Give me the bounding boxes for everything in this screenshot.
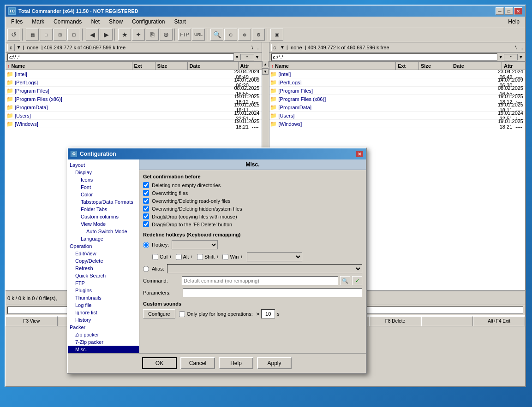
scroll-down[interactable]: ▼ xyxy=(262,68,269,75)
alias-radio[interactable] xyxy=(143,266,149,272)
apply-button[interactable]: Apply xyxy=(257,357,292,369)
chk-overwriting-files-input[interactable] xyxy=(143,190,149,196)
tree-item-auto-switch[interactable]: Auto Switch Mode xyxy=(68,228,139,235)
tb-cfg[interactable]: ⚙ xyxy=(252,29,265,41)
tree-item-ignorelist[interactable]: Ignore list xyxy=(68,309,139,316)
list-item[interactable]: 📁 [ProgramData] 19.01.2025 18:11 ---- xyxy=(269,103,526,112)
tb-refresh[interactable]: ↺ xyxy=(7,29,20,41)
tb-add[interactable]: ⊕ xyxy=(160,29,173,41)
tb-extra[interactable]: ▣ xyxy=(270,29,283,41)
right-root-nav[interactable]: \ xyxy=(515,45,517,50)
command-field[interactable] xyxy=(182,276,338,285)
tb-btn4[interactable]: ⊡ xyxy=(67,29,80,41)
tb-btn1[interactable]: ▦ xyxy=(26,29,39,41)
right-drive-button[interactable]: c xyxy=(271,44,279,51)
left-col-ext[interactable]: Ext xyxy=(132,62,155,70)
f9-btn2[interactable] xyxy=(421,316,473,326)
scroll-up[interactable]: ▲ xyxy=(262,61,269,67)
left-col-size[interactable]: Size xyxy=(155,62,188,70)
tb-ftp[interactable]: FTP xyxy=(178,29,191,41)
right-wildcard-input[interactable]: * xyxy=(504,54,518,60)
tree-item-language[interactable]: Language xyxy=(68,235,139,242)
f8-delete-button[interactable]: F8 Delete xyxy=(369,316,421,326)
tree-item-view-mode[interactable]: View Mode xyxy=(68,220,139,228)
menu-show[interactable]: Show xyxy=(105,18,126,26)
tb-forward[interactable]: ▶ xyxy=(100,29,113,41)
menu-start[interactable]: Start xyxy=(170,18,189,26)
configure-sounds-button[interactable]: Configure xyxy=(143,309,175,319)
tree-item-copydelete[interactable]: Copy/Delete xyxy=(68,257,139,265)
tb-bookmark[interactable]: ★ xyxy=(118,29,131,41)
list-item[interactable]: 📁 [Program Files (x86)] 19.01.2025 18:12… xyxy=(269,95,526,103)
tb-http[interactable]: URL xyxy=(192,29,205,41)
params-field[interactable] xyxy=(183,288,362,297)
left-wildcard-input[interactable]: * xyxy=(240,54,254,60)
left-col-attr[interactable]: Attr xyxy=(239,62,262,70)
key-dropdown[interactable] xyxy=(247,252,302,261)
chk-overwriting-hidden-input[interactable] xyxy=(143,206,149,212)
shift-checkbox[interactable] xyxy=(197,254,203,260)
hotkey-dropdown[interactable] xyxy=(172,240,218,249)
left-root-nav[interactable]: \ xyxy=(251,45,253,50)
command-ok-button[interactable]: ✓ xyxy=(352,276,362,285)
list-item[interactable]: 📁 [Users] 19.01.2024 22:51 r--- xyxy=(269,112,526,120)
list-item[interactable]: 📁 [Program Files] 08.02.2025 16:55 ---- xyxy=(6,87,262,95)
right-col-size[interactable]: Size xyxy=(419,62,451,70)
seconds-input[interactable] xyxy=(261,309,275,319)
right-path-input[interactable] xyxy=(271,53,498,61)
tree-item-tabstops[interactable]: Tabstops/Data Formats xyxy=(68,198,139,206)
left-path-input[interactable] xyxy=(7,53,234,61)
tree-item-thumbnails[interactable]: Thumbnails xyxy=(68,294,139,301)
menu-help[interactable]: Help xyxy=(504,18,523,26)
tree-item-zip[interactable]: Zip packer xyxy=(68,331,139,338)
menu-net[interactable]: Net xyxy=(87,18,103,26)
list-item[interactable]: 📁 [PerfLogs] 14.07.2009 06:20 ---- xyxy=(6,78,262,87)
menu-files[interactable]: Files xyxy=(7,18,26,26)
list-item[interactable]: 📁 [Program Files] 08.02.2025 16:55 ---- xyxy=(269,87,526,95)
chk-deleting-dirs-input[interactable] xyxy=(143,182,149,188)
tree-item-plugins[interactable]: Plugins xyxy=(68,287,139,294)
list-item[interactable]: 📁 [Intel] 23.04.2024 06:49 ---- xyxy=(6,70,262,78)
right-col-attr[interactable]: Attr xyxy=(502,62,525,70)
list-item[interactable]: 📁 [ProgramData] 19.01.2025 18:11 ---- xyxy=(6,103,262,112)
tree-item-display[interactable]: Display xyxy=(68,169,139,176)
tree-item-logfile[interactable]: Log file xyxy=(68,301,139,309)
tb-btn3[interactable]: ⊞ xyxy=(54,29,66,41)
tree-item-refresh[interactable]: Refresh xyxy=(68,265,139,272)
tb-sync[interactable]: ⊙ xyxy=(224,29,237,41)
right-up-nav[interactable]: .. xyxy=(520,45,523,50)
ctrl-checkbox[interactable] xyxy=(152,254,158,260)
left-up-nav[interactable]: .. xyxy=(257,45,259,50)
tree-item-quicksearch[interactable]: Quick Search xyxy=(68,272,139,279)
command-search-button[interactable]: 🔍 xyxy=(340,276,350,285)
left-col-name[interactable]: ↑ Name xyxy=(6,62,132,70)
win-checkbox[interactable] xyxy=(222,254,228,260)
list-item[interactable]: 📁 [Windows] 19.01.2025 18:21 ---- xyxy=(6,120,262,128)
list-item[interactable]: 📁 [Windows] 19.01.2025 18:21 ---- xyxy=(269,120,526,128)
dialog-close-button[interactable]: ✕ xyxy=(356,151,363,157)
only-play-checkbox[interactable] xyxy=(179,311,185,317)
tree-item-editview[interactable]: Edit/View xyxy=(68,250,139,257)
chk-overwriting-readonly-input[interactable] xyxy=(143,198,149,204)
tb-back[interactable]: ◀ xyxy=(86,29,99,41)
tree-item-ftp[interactable]: FTP xyxy=(68,279,139,287)
right-col-name[interactable]: ↑ Name xyxy=(269,62,396,70)
tree-item-folder-tabs[interactable]: Folder Tabs xyxy=(68,206,139,213)
chk-dragdrop-delete-input[interactable] xyxy=(143,221,149,227)
tb-copy[interactable]: ⎘ xyxy=(146,29,159,41)
tree-item-7zip[interactable]: 7-Zip packer xyxy=(68,338,139,346)
tb-compare[interactable]: ⊗ xyxy=(238,29,251,41)
tree-item-custom-cols[interactable]: Custom columns xyxy=(68,213,139,220)
minimize-button[interactable]: ─ xyxy=(496,7,504,15)
f3-view-button[interactable]: F3 View xyxy=(6,316,58,326)
alt-checkbox[interactable] xyxy=(176,254,182,260)
help-button[interactable]: Help xyxy=(219,357,253,369)
list-item[interactable]: 📁 [Users] 19.01.2024 22:51 r--- xyxy=(6,112,262,120)
tree-item-layout[interactable]: Layout xyxy=(68,161,139,169)
alt-f4-exit-button[interactable]: Alt+F4 Exit xyxy=(473,316,525,326)
list-item[interactable]: 📁 [PerfLogs] 14.07.2009 06:20 ---- xyxy=(269,78,526,87)
close-button[interactable]: ✕ xyxy=(514,7,522,15)
tb-btn2[interactable]: □ xyxy=(40,29,53,41)
alias-input[interactable] xyxy=(167,264,362,273)
tree-item-font[interactable]: Font xyxy=(68,183,139,191)
